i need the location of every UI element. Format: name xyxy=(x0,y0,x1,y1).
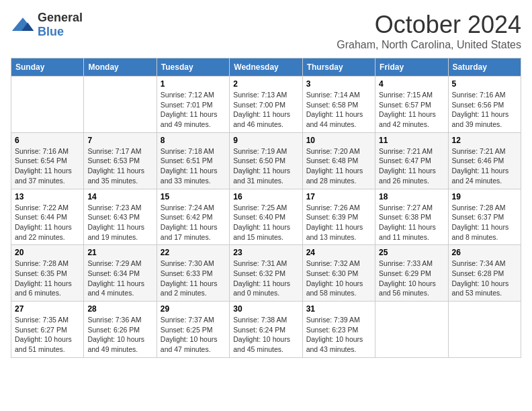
day-number: 23 xyxy=(233,248,298,257)
calendar-cell: 9Sunrise: 7:19 AMSunset: 6:50 PMDaylight… xyxy=(230,132,302,189)
day-number: 14 xyxy=(87,192,152,201)
day-number: 4 xyxy=(379,79,444,89)
day-number: 17 xyxy=(306,192,371,201)
day-number: 26 xyxy=(452,248,517,257)
calendar-cell: 19Sunrise: 7:28 AMSunset: 6:37 PMDayligh… xyxy=(448,189,521,245)
calendar-cell: 22Sunrise: 7:30 AMSunset: 6:33 PMDayligh… xyxy=(157,245,229,302)
day-info: Sunrise: 7:26 AMSunset: 6:39 PMDaylight:… xyxy=(306,203,371,242)
day-info: Sunrise: 7:24 AMSunset: 6:42 PMDaylight:… xyxy=(161,203,226,242)
calendar-cell: 27Sunrise: 7:35 AMSunset: 6:27 PMDayligh… xyxy=(11,302,84,358)
logo: General Blue xyxy=(11,11,83,39)
calendar-cell: 2Sunrise: 7:13 AMSunset: 7:00 PMDaylight… xyxy=(230,77,302,133)
calendar-day-header: Monday xyxy=(84,58,157,77)
day-number: 8 xyxy=(161,136,226,145)
calendar-cell: 23Sunrise: 7:31 AMSunset: 6:32 PMDayligh… xyxy=(230,245,302,302)
day-number: 9 xyxy=(233,136,298,145)
calendar-week-row: 6Sunrise: 7:16 AMSunset: 6:54 PMDaylight… xyxy=(11,132,521,189)
calendar-day-header: Sunday xyxy=(11,58,84,77)
page-header: General Blue October 2024 Graham, North … xyxy=(11,11,521,51)
calendar-week-row: 1Sunrise: 7:12 AMSunset: 7:01 PMDaylight… xyxy=(11,77,521,133)
day-number: 21 xyxy=(87,248,152,257)
day-info: Sunrise: 7:37 AMSunset: 6:25 PMDaylight:… xyxy=(161,315,226,355)
day-info: Sunrise: 7:18 AMSunset: 6:51 PMDaylight:… xyxy=(161,146,226,186)
day-info: Sunrise: 7:12 AMSunset: 7:01 PMDaylight:… xyxy=(161,90,226,130)
calendar-cell: 21Sunrise: 7:29 AMSunset: 6:34 PMDayligh… xyxy=(84,245,157,302)
day-number: 1 xyxy=(161,79,226,89)
day-number: 31 xyxy=(306,304,371,314)
day-info: Sunrise: 7:31 AMSunset: 6:32 PMDaylight:… xyxy=(233,259,298,298)
calendar-cell xyxy=(84,77,157,133)
day-number: 30 xyxy=(233,304,298,314)
day-number: 18 xyxy=(379,192,444,201)
day-number: 25 xyxy=(379,248,444,257)
calendar-cell: 4Sunrise: 7:15 AMSunset: 6:57 PMDaylight… xyxy=(375,77,448,133)
calendar-cell: 29Sunrise: 7:37 AMSunset: 6:25 PMDayligh… xyxy=(157,302,229,358)
calendar-cell: 26Sunrise: 7:34 AMSunset: 6:28 PMDayligh… xyxy=(448,245,521,302)
day-info: Sunrise: 7:15 AMSunset: 6:57 PMDaylight:… xyxy=(379,90,444,130)
calendar-cell: 14Sunrise: 7:23 AMSunset: 6:43 PMDayligh… xyxy=(84,189,157,245)
calendar-cell: 31Sunrise: 7:39 AMSunset: 6:23 PMDayligh… xyxy=(302,302,375,358)
calendar-week-row: 20Sunrise: 7:28 AMSunset: 6:35 PMDayligh… xyxy=(11,245,521,302)
calendar-cell: 3Sunrise: 7:14 AMSunset: 6:58 PMDaylight… xyxy=(302,77,375,133)
day-number: 2 xyxy=(233,79,298,89)
calendar-cell: 16Sunrise: 7:25 AMSunset: 6:40 PMDayligh… xyxy=(230,189,302,245)
logo-general: General xyxy=(38,11,83,24)
calendar-cell: 24Sunrise: 7:32 AMSunset: 6:30 PMDayligh… xyxy=(302,245,375,302)
day-info: Sunrise: 7:34 AMSunset: 6:28 PMDaylight:… xyxy=(452,259,517,298)
calendar-day-header: Thursday xyxy=(302,58,375,77)
day-number: 7 xyxy=(87,136,152,145)
calendar-cell: 25Sunrise: 7:33 AMSunset: 6:29 PMDayligh… xyxy=(375,245,448,302)
day-number: 24 xyxy=(306,248,371,257)
calendar-week-row: 13Sunrise: 7:22 AMSunset: 6:44 PMDayligh… xyxy=(11,189,521,245)
calendar-day-header: Saturday xyxy=(448,58,521,77)
day-info: Sunrise: 7:38 AMSunset: 6:24 PMDaylight:… xyxy=(233,315,298,355)
calendar-cell: 17Sunrise: 7:26 AMSunset: 6:39 PMDayligh… xyxy=(302,189,375,245)
day-number: 5 xyxy=(452,79,517,89)
day-number: 3 xyxy=(306,79,371,89)
day-number: 13 xyxy=(15,192,80,201)
calendar-cell: 18Sunrise: 7:27 AMSunset: 6:38 PMDayligh… xyxy=(375,189,448,245)
calendar-body: 1Sunrise: 7:12 AMSunset: 7:01 PMDaylight… xyxy=(11,77,521,358)
day-number: 28 xyxy=(87,304,152,314)
calendar-cell: 15Sunrise: 7:24 AMSunset: 6:42 PMDayligh… xyxy=(157,189,229,245)
day-info: Sunrise: 7:27 AMSunset: 6:38 PMDaylight:… xyxy=(379,203,444,242)
day-number: 27 xyxy=(15,304,80,314)
day-number: 29 xyxy=(161,304,226,314)
calendar-cell: 5Sunrise: 7:16 AMSunset: 6:56 PMDaylight… xyxy=(448,77,521,133)
calendar-cell: 1Sunrise: 7:12 AMSunset: 7:01 PMDaylight… xyxy=(157,77,229,133)
day-number: 15 xyxy=(161,192,226,201)
calendar-cell: 30Sunrise: 7:38 AMSunset: 6:24 PMDayligh… xyxy=(230,302,302,358)
calendar-cell: 8Sunrise: 7:18 AMSunset: 6:51 PMDaylight… xyxy=(157,132,229,189)
day-info: Sunrise: 7:21 AMSunset: 6:46 PMDaylight:… xyxy=(452,146,517,186)
calendar-day-header: Tuesday xyxy=(157,58,229,77)
calendar-cell: 28Sunrise: 7:36 AMSunset: 6:26 PMDayligh… xyxy=(84,302,157,358)
day-info: Sunrise: 7:19 AMSunset: 6:50 PMDaylight:… xyxy=(233,146,298,186)
day-info: Sunrise: 7:14 AMSunset: 6:58 PMDaylight:… xyxy=(306,90,371,130)
day-info: Sunrise: 7:28 AMSunset: 6:37 PMDaylight:… xyxy=(452,203,517,242)
calendar-day-header: Wednesday xyxy=(230,58,302,77)
calendar-header-row: SundayMondayTuesdayWednesdayThursdayFrid… xyxy=(11,58,521,77)
day-number: 10 xyxy=(306,136,371,145)
day-number: 19 xyxy=(452,192,517,201)
day-info: Sunrise: 7:25 AMSunset: 6:40 PMDaylight:… xyxy=(233,203,298,242)
day-info: Sunrise: 7:23 AMSunset: 6:43 PMDaylight:… xyxy=(87,203,152,242)
day-info: Sunrise: 7:29 AMSunset: 6:34 PMDaylight:… xyxy=(87,259,152,298)
calendar-cell: 20Sunrise: 7:28 AMSunset: 6:35 PMDayligh… xyxy=(11,245,84,302)
day-number: 11 xyxy=(379,136,444,145)
day-number: 6 xyxy=(15,136,80,145)
day-number: 20 xyxy=(15,248,80,257)
month-title: October 2024 xyxy=(337,11,521,39)
day-number: 12 xyxy=(452,136,517,145)
calendar-cell: 6Sunrise: 7:16 AMSunset: 6:54 PMDaylight… xyxy=(11,132,84,189)
day-info: Sunrise: 7:21 AMSunset: 6:47 PMDaylight:… xyxy=(379,146,444,186)
calendar-cell xyxy=(375,302,448,358)
day-number: 22 xyxy=(161,248,226,257)
day-info: Sunrise: 7:13 AMSunset: 7:00 PMDaylight:… xyxy=(233,90,298,130)
calendar-week-row: 27Sunrise: 7:35 AMSunset: 6:27 PMDayligh… xyxy=(11,302,521,358)
day-number: 16 xyxy=(233,192,298,201)
calendar-cell: 13Sunrise: 7:22 AMSunset: 6:44 PMDayligh… xyxy=(11,189,84,245)
calendar-cell: 7Sunrise: 7:17 AMSunset: 6:53 PMDaylight… xyxy=(84,132,157,189)
calendar-cell: 10Sunrise: 7:20 AMSunset: 6:48 PMDayligh… xyxy=(302,132,375,189)
day-info: Sunrise: 7:32 AMSunset: 6:30 PMDaylight:… xyxy=(306,259,371,298)
day-info: Sunrise: 7:16 AMSunset: 6:54 PMDaylight:… xyxy=(15,146,80,186)
